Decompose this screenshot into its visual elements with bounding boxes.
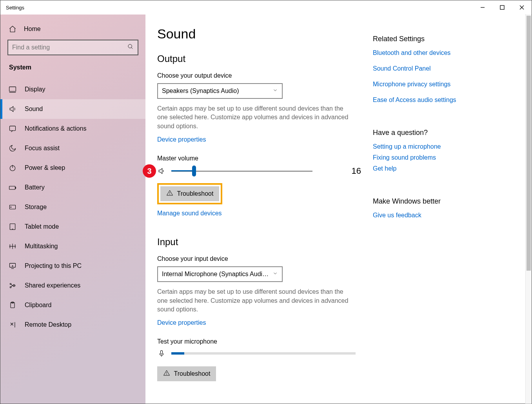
sidebar-item-label: Multitasking bbox=[25, 243, 58, 250]
sidebar-item-label: Notifications & actions bbox=[25, 125, 86, 132]
sidebar-item-focus-assist[interactable]: Focus assist bbox=[0, 138, 145, 158]
input-device-properties-link[interactable]: Device properties bbox=[157, 319, 206, 326]
search-input-wrap[interactable] bbox=[7, 40, 138, 55]
warning-icon bbox=[163, 369, 170, 378]
master-volume-slider[interactable] bbox=[171, 167, 312, 175]
notifications-icon bbox=[8, 124, 17, 133]
display-icon bbox=[8, 85, 17, 94]
page-title: Sound bbox=[157, 26, 373, 42]
sidebar-item-label: Battery bbox=[25, 184, 45, 191]
sound-icon bbox=[8, 105, 17, 113]
output-heading: Output bbox=[157, 53, 373, 64]
sidebar-item-storage[interactable]: Storage bbox=[0, 197, 145, 217]
multitasking-icon bbox=[8, 242, 17, 251]
sidebar-item-label: Storage bbox=[25, 204, 47, 211]
sidebar-item-label: Sound bbox=[25, 106, 43, 113]
microphone-icon bbox=[157, 349, 166, 358]
related-link-ease-of-access[interactable]: Ease of Access audio settings bbox=[373, 96, 516, 104]
help-link-fix-sound[interactable]: Fixing sound problems bbox=[373, 154, 516, 161]
sidebar-item-label: Shared experiences bbox=[25, 282, 80, 289]
sidebar-item-remote-desktop[interactable]: Remote Desktop bbox=[0, 315, 145, 335]
sidebar-item-label: Remote Desktop bbox=[25, 321, 71, 328]
category-label: System bbox=[0, 64, 145, 80]
sidebar-item-multitasking[interactable]: Multitasking bbox=[0, 237, 145, 256]
output-troubleshoot-button[interactable]: Troubleshoot bbox=[160, 186, 219, 201]
sidebar-item-sound[interactable]: Sound bbox=[0, 99, 145, 119]
svg-rect-11 bbox=[9, 186, 15, 189]
battery-icon bbox=[8, 183, 17, 192]
svg-point-24 bbox=[14, 285, 15, 286]
have-question-heading: Have a question? bbox=[373, 129, 516, 137]
clipboard-icon bbox=[8, 301, 17, 309]
home-label: Home bbox=[24, 25, 41, 33]
focus-assist-icon bbox=[8, 144, 17, 153]
help-link-get-help[interactable]: Get help bbox=[373, 165, 516, 172]
annotation-badge: 3 bbox=[143, 164, 156, 178]
svg-point-14 bbox=[11, 207, 11, 207]
troubleshoot-highlight: Troubleshoot bbox=[157, 183, 222, 204]
output-device-label: Choose your output device bbox=[157, 72, 373, 79]
sidebar-item-label: Tablet mode bbox=[25, 223, 59, 230]
scrollbar-thumb[interactable] bbox=[527, 16, 531, 271]
troubleshoot-label: Troubleshoot bbox=[177, 190, 214, 197]
input-troubleshoot-button[interactable]: Troubleshoot bbox=[157, 366, 216, 381]
related-link-bluetooth[interactable]: Bluetooth and other devices bbox=[373, 49, 516, 56]
svg-rect-21 bbox=[10, 263, 16, 267]
svg-rect-8 bbox=[10, 126, 16, 131]
sidebar-item-label: Projecting to this PC bbox=[25, 262, 82, 269]
sidebar-item-battery[interactable]: Battery bbox=[0, 178, 145, 197]
svg-point-4 bbox=[128, 44, 132, 48]
minimize-button[interactable] bbox=[473, 0, 492, 15]
input-device-label: Choose your input device bbox=[157, 255, 373, 262]
svg-rect-15 bbox=[10, 224, 15, 230]
test-mic-label: Test your microphone bbox=[157, 338, 373, 345]
master-volume-value: 16 bbox=[352, 166, 373, 176]
input-description: Certain apps may be set up to use differ… bbox=[157, 288, 353, 314]
manage-sound-devices-link[interactable]: Manage sound devices bbox=[157, 210, 222, 217]
input-device-select[interactable]: Internal Microphone (Synaptics Audi… bbox=[157, 266, 283, 282]
sidebar-item-display[interactable]: Display bbox=[0, 80, 145, 99]
sidebar-item-projecting[interactable]: Projecting to this PC bbox=[0, 256, 145, 276]
troubleshoot-label: Troubleshoot bbox=[174, 370, 211, 377]
svg-rect-30 bbox=[161, 351, 163, 354]
sidebar: Home System Display Sound bbox=[0, 15, 145, 404]
input-heading: Input bbox=[157, 237, 373, 247]
input-device-value: Internal Microphone (Synaptics Audi… bbox=[162, 271, 269, 278]
related-settings-heading: Related Settings bbox=[373, 35, 516, 43]
home-link[interactable]: Home bbox=[0, 18, 145, 40]
svg-line-5 bbox=[131, 47, 133, 49]
window-title: Settings bbox=[0, 5, 24, 11]
sidebar-item-label: Focus assist bbox=[25, 145, 60, 152]
search-input[interactable] bbox=[12, 44, 127, 51]
vertical-scrollbar[interactable] bbox=[525, 14, 532, 404]
titlebar: Settings bbox=[0, 0, 532, 15]
warning-icon bbox=[166, 189, 173, 198]
svg-point-29 bbox=[169, 195, 170, 195]
sidebar-item-tablet-mode[interactable]: Tablet mode bbox=[0, 217, 145, 237]
help-link-setup-mic[interactable]: Setting up a microphone bbox=[373, 143, 516, 150]
related-link-mic-privacy[interactable]: Microphone privacy settings bbox=[373, 81, 516, 88]
sidebar-item-shared-experiences[interactable]: Shared experiences bbox=[0, 276, 145, 295]
svg-point-33 bbox=[166, 375, 167, 375]
maximize-button[interactable] bbox=[492, 0, 512, 15]
storage-icon bbox=[8, 203, 17, 211]
sidebar-item-power-sleep[interactable]: Power & sleep bbox=[0, 158, 145, 178]
output-device-properties-link[interactable]: Device properties bbox=[157, 136, 206, 143]
svg-point-23 bbox=[10, 287, 11, 288]
remote-desktop-icon bbox=[8, 320, 17, 329]
close-button[interactable] bbox=[512, 0, 532, 15]
chevron-down-icon bbox=[272, 87, 278, 95]
shared-icon bbox=[8, 281, 17, 290]
sidebar-item-label: Clipboard bbox=[25, 302, 51, 309]
svg-rect-12 bbox=[15, 187, 16, 188]
mic-level-meter bbox=[171, 352, 356, 355]
volume-icon[interactable] bbox=[157, 167, 166, 175]
chevron-down-icon bbox=[272, 271, 278, 278]
sidebar-item-label: Power & sleep bbox=[25, 164, 65, 171]
related-link-sound-control-panel[interactable]: Sound Control Panel bbox=[373, 65, 516, 72]
give-feedback-link[interactable]: Give us feedback bbox=[373, 212, 516, 219]
sidebar-item-notifications[interactable]: Notifications & actions bbox=[0, 119, 145, 138]
svg-rect-1 bbox=[500, 5, 504, 9]
output-device-select[interactable]: Speakers (Synaptics Audio) bbox=[157, 83, 283, 99]
sidebar-item-clipboard[interactable]: Clipboard bbox=[0, 295, 145, 315]
